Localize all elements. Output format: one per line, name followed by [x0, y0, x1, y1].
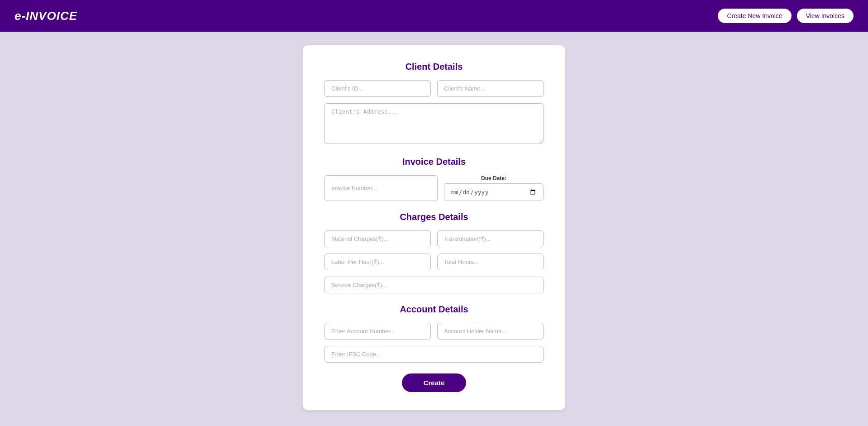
account-number-input[interactable] [324, 323, 431, 340]
due-date-input[interactable] [444, 183, 544, 201]
client-name-input[interactable] [437, 80, 544, 97]
invoice-number-input[interactable] [324, 175, 438, 201]
service-charges-row [324, 277, 544, 293]
client-details-title: Client Details [324, 62, 544, 72]
invoice-details-section: Invoice Details Due Date: [324, 157, 544, 201]
create-new-invoice-button[interactable]: Create New Invoice [718, 9, 791, 23]
labor-per-hour-input[interactable] [324, 254, 431, 270]
account-number-holder-row [324, 323, 544, 340]
app-logo: e-INVOICE [14, 9, 77, 23]
client-address-input[interactable] [324, 103, 544, 144]
ifsc-input[interactable] [324, 346, 544, 363]
view-invoices-button[interactable]: View Invoices [797, 9, 854, 23]
invoice-details-title: Invoice Details [324, 157, 544, 167]
client-id-name-row [324, 80, 544, 97]
main-content: Client Details Invoice Details Due Date: [0, 32, 868, 426]
app-header: e-INVOICE Create New Invoice View Invoic… [0, 0, 868, 32]
invoice-form-card: Client Details Invoice Details Due Date: [303, 45, 565, 410]
invoice-number-date-row: Due Date: [324, 175, 544, 201]
create-button[interactable]: Create [402, 373, 467, 392]
client-details-section: Client Details [324, 62, 544, 146]
due-date-label: Due Date: [444, 175, 544, 182]
account-details-title: Account Details [324, 304, 544, 315]
labor-hours-row [324, 254, 544, 270]
charges-details-title: Charges Details [324, 212, 544, 222]
ifsc-row [324, 346, 544, 363]
total-hours-input[interactable] [437, 254, 544, 270]
charges-details-section: Charges Details [324, 212, 544, 293]
material-transportation-row [324, 230, 544, 247]
account-details-section: Account Details [324, 304, 544, 363]
create-btn-wrapper: Create [324, 373, 544, 392]
header-actions: Create New Invoice View Invoices [718, 9, 854, 23]
client-address-row [324, 103, 544, 146]
material-charges-input[interactable] [324, 230, 431, 247]
transportation-input[interactable] [437, 230, 544, 247]
service-charges-input[interactable] [324, 277, 544, 293]
client-id-input[interactable] [324, 80, 431, 97]
due-date-wrapper: Due Date: [444, 175, 544, 201]
account-holder-input[interactable] [437, 323, 544, 340]
